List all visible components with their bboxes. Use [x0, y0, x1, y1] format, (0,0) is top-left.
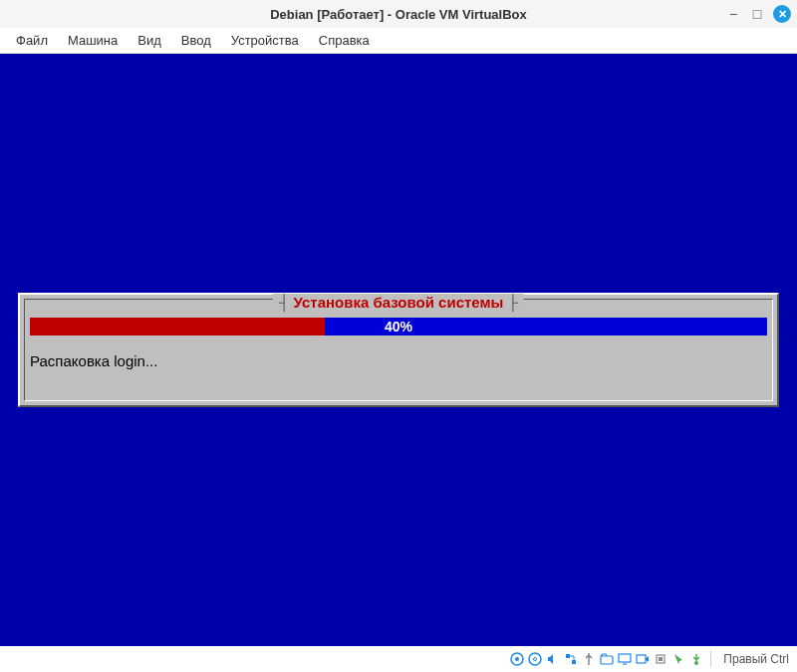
window-titlebar: Debian [Работает] - Oracle VM VirtualBox… — [0, 0, 797, 28]
mouse-integration-icon[interactable] — [670, 651, 686, 667]
optical-disk-icon[interactable] — [527, 651, 543, 667]
display-icon[interactable] — [617, 651, 633, 667]
minimize-button[interactable]: − — [725, 6, 741, 22]
menu-help[interactable]: Справка — [311, 30, 378, 51]
cpu-icon[interactable] — [653, 651, 668, 667]
vm-display[interactable]: ┤ Установка базовой системы ├ 40% Распак… — [0, 54, 797, 646]
host-key-label[interactable]: Правый Ctrl — [723, 652, 789, 666]
install-status-text: Распаковка login... — [30, 352, 157, 369]
audio-icon[interactable] — [545, 651, 561, 667]
window-title: Debian [Работает] - Oracle VM VirtualBox — [270, 7, 527, 22]
installer-dialog: ┤ Установка базовой системы ├ 40% Распак… — [18, 293, 779, 407]
svg-rect-4 — [566, 654, 570, 658]
window-controls: − □ ✕ — [725, 5, 791, 23]
close-button[interactable]: ✕ — [773, 5, 791, 23]
svg-point-1 — [515, 657, 519, 661]
network-icon[interactable] — [563, 651, 579, 667]
dialog-title-text: Установка базовой системы — [294, 294, 504, 311]
statusbar-separator — [710, 651, 711, 667]
shared-folders-icon[interactable] — [599, 651, 615, 667]
usb-icon[interactable] — [581, 651, 597, 667]
svg-rect-10 — [659, 657, 663, 661]
menu-view[interactable]: Вид — [130, 30, 169, 51]
menu-devices[interactable]: Устройства — [223, 30, 307, 51]
menu-file[interactable]: Файл — [8, 30, 56, 51]
dialog-inner-border — [24, 299, 773, 401]
vm-statusbar: Правый Ctrl — [0, 646, 797, 672]
svg-rect-6 — [601, 656, 613, 664]
svg-point-3 — [534, 658, 537, 661]
dialog-title: ┤ Установка базовой системы ├ — [273, 294, 524, 311]
svg-rect-7 — [619, 654, 631, 662]
menu-input[interactable]: Ввод — [173, 30, 219, 51]
progress-percent-label: 40% — [20, 318, 777, 336]
menubar: Файл Машина Вид Ввод Устройства Справка — [0, 28, 797, 54]
hard-disk-icon[interactable] — [509, 651, 525, 667]
svg-point-2 — [529, 653, 541, 665]
svg-point-11 — [694, 661, 698, 665]
menu-machine[interactable]: Машина — [60, 30, 126, 51]
recording-icon[interactable] — [635, 651, 651, 667]
maximize-button[interactable]: □ — [749, 6, 765, 22]
svg-rect-8 — [637, 655, 646, 663]
keyboard-capture-icon[interactable] — [688, 651, 704, 667]
